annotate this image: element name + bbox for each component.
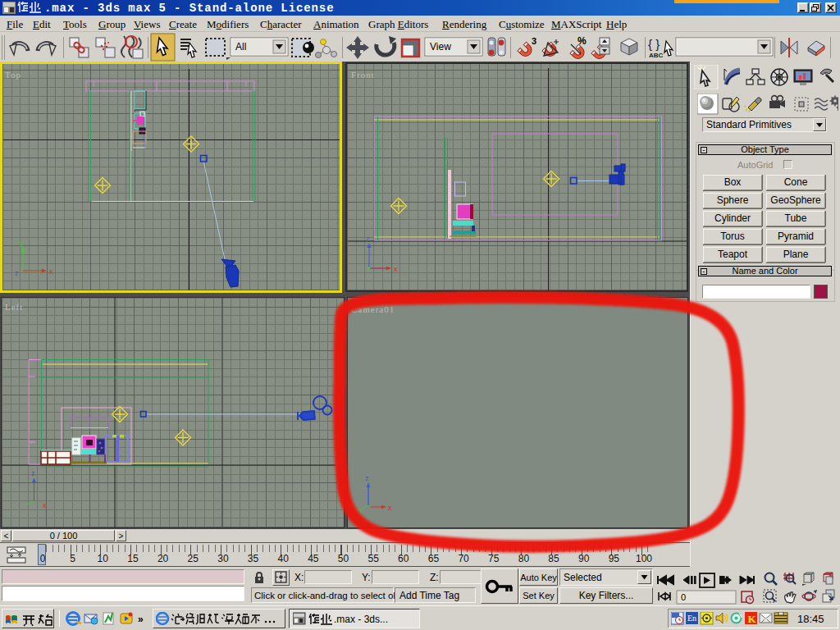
- svg-text:z: z: [31, 469, 35, 477]
- svg-text:3: 3: [532, 36, 536, 46]
- svg-text:0: 0: [681, 592, 686, 602]
- svg-text:z: z: [365, 474, 369, 482]
- svg-text:x: x: [43, 501, 47, 509]
- svg-text:ABC: ABC: [649, 52, 664, 59]
- svg-text:x: x: [394, 265, 398, 273]
- svg-text:y: y: [20, 239, 24, 247]
- svg-text:z: z: [15, 269, 19, 277]
- svg-text:{ }: { }: [648, 37, 660, 51]
- svg-text:x: x: [388, 504, 392, 512]
- svg-text:y: y: [359, 506, 363, 514]
- svg-text:View: View: [430, 41, 451, 52]
- svg-text:K: K: [748, 613, 757, 625]
- svg-text:x: x: [49, 267, 53, 276]
- svg-text:%: %: [578, 35, 587, 47]
- svg-text:z: z: [366, 235, 370, 243]
- svg-text:En: En: [687, 614, 696, 623]
- svg-text:All: All: [235, 41, 246, 52]
- svg-text:»: »: [138, 614, 144, 625]
